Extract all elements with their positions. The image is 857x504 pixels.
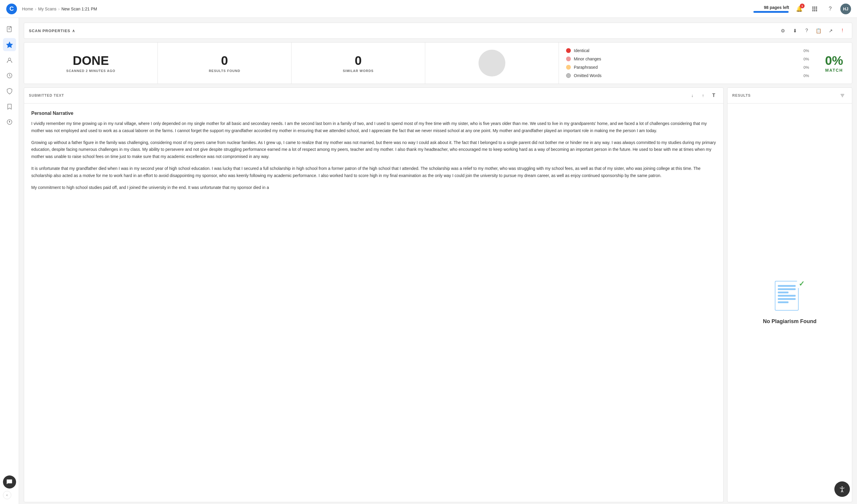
chat-button[interactable]	[3, 475, 16, 488]
breadcrumb: Home › My Scans › New Scan 1:21 PM	[22, 6, 97, 11]
notification-badge: 1	[800, 4, 805, 8]
legend-box: Identical 0% Minor changes 0% Paraphrase…	[559, 42, 816, 84]
document-title: Personal Narrative	[31, 111, 716, 116]
doc-line-2	[778, 288, 796, 290]
submitted-text-title: SUBMITTED TEXT	[29, 93, 64, 98]
omitted-words-label: Omitted Words	[574, 73, 801, 78]
scan-properties-title: SCAN PROPERTIES ∧	[29, 29, 75, 33]
legend-minor-changes: Minor changes 0%	[566, 56, 809, 61]
legend-identical: Identical 0%	[566, 48, 809, 53]
doc-line-1	[778, 285, 796, 287]
identical-pct: 0%	[803, 49, 809, 53]
scroll-up-button[interactable]: ↑	[698, 91, 708, 100]
notification-button[interactable]: 🔔 1	[794, 4, 805, 14]
svg-rect-8	[812, 10, 813, 11]
sidebar-item-compass[interactable]	[3, 116, 16, 128]
similar-words-count: 0	[355, 54, 362, 68]
status-done: DONE	[73, 54, 109, 68]
results-label: RESULTS FOUND	[209, 69, 240, 73]
minor-changes-pct: 0%	[803, 57, 809, 61]
identical-dot	[566, 48, 571, 53]
sidebar-toggle-button[interactable]: ‹	[3, 491, 11, 499]
doc-line-3	[778, 292, 789, 293]
apps-button[interactable]	[809, 4, 820, 14]
scanned-ago: SCANNED 2 MINUTES AGO	[66, 69, 116, 73]
checkmark-icon: ✓	[799, 280, 805, 288]
top-nav: C Home › My Scans › New Scan 1:21 PM 98 …	[0, 0, 857, 18]
nav-right: 98 pages left 🔔 1 ? HJ	[753, 4, 851, 14]
svg-marker-14	[6, 42, 13, 48]
settings-icon-button[interactable]: ⚙	[778, 26, 788, 35]
doc-line-4	[778, 295, 796, 297]
help-button[interactable]: ?	[825, 4, 836, 14]
accessibility-button[interactable]	[834, 481, 850, 497]
breadcrumb-current: New Scan 1:21 PM	[61, 6, 97, 11]
sidebar-item-starred[interactable]	[3, 38, 16, 51]
similar-words-box: 0 SIMILAR WORDS	[291, 42, 425, 84]
submitted-text-panel: SUBMITTED TEXT ↓ ↑ T Personal Narrative …	[24, 87, 724, 502]
svg-point-15	[9, 58, 11, 60]
check-badge: ✓	[796, 278, 807, 289]
breadcrumb-home[interactable]: Home	[22, 6, 33, 11]
results-title: RESULTS	[732, 93, 751, 98]
user-avatar[interactable]: HJ	[840, 4, 851, 14]
identical-label: Identical	[574, 48, 801, 53]
text-paragraph-2: Growing up without a father figure in th…	[31, 139, 716, 160]
match-percentage: 0%	[825, 54, 843, 68]
svg-rect-4	[816, 6, 817, 8]
submitted-text-body: Personal Narrative I vividly remember my…	[24, 104, 723, 502]
pages-left-label: 98 pages left	[764, 5, 789, 10]
no-plagiarism-label: No Plagiarism Found	[763, 318, 817, 325]
breadcrumb-my-scans[interactable]: My Scans	[38, 6, 56, 11]
logo-icon[interactable]: C	[6, 3, 17, 15]
minor-changes-dot	[566, 56, 571, 61]
scan-properties-bar: SCAN PROPERTIES ∧ ⚙ ⬇ ? 📋 ↗ !	[24, 23, 852, 39]
breadcrumb-sep-1: ›	[35, 6, 36, 11]
text-paragraph-4: My commitment to high school studies pai…	[31, 184, 716, 191]
document-icon	[775, 281, 799, 311]
chevron-up-icon: ∧	[72, 29, 75, 33]
sidebar-item-bookmark[interactable]	[3, 100, 16, 113]
sidebar-item-history[interactable]	[3, 69, 16, 82]
sidebar: ‹	[0, 18, 19, 504]
sidebar-item-user[interactable]	[3, 54, 16, 67]
svg-text:C: C	[10, 5, 14, 12]
results-header: RESULTS	[727, 88, 852, 104]
pages-progress-bar	[753, 11, 789, 13]
results-filter-button[interactable]	[838, 91, 847, 100]
sidebar-item-shield[interactable]	[3, 85, 16, 98]
results-box: 0 RESULTS FOUND	[158, 42, 291, 84]
doc-line-5	[778, 298, 796, 300]
scan-properties-icons: ⚙ ⬇ ? 📋 ↗ !	[778, 26, 847, 35]
results-count: 0	[221, 54, 228, 68]
results-body: ✓ No Plagiarism Found	[727, 104, 852, 502]
paraphrased-label: Paraphrased	[574, 65, 801, 70]
svg-rect-9	[814, 10, 815, 11]
alert-icon-button[interactable]: !	[838, 26, 847, 35]
submitted-text-toolbar: ↓ ↑ T	[688, 91, 719, 100]
svg-marker-18	[9, 120, 10, 123]
bottom-panels: SUBMITTED TEXT ↓ ↑ T Personal Narrative …	[24, 87, 852, 502]
font-size-button[interactable]: T	[709, 91, 719, 100]
submitted-text-header: SUBMITTED TEXT ↓ ↑ T	[24, 88, 723, 104]
svg-point-22	[841, 486, 843, 488]
copy-icon-button[interactable]: 📋	[814, 26, 823, 35]
main-content: SCAN PROPERTIES ∧ ⚙ ⬇ ? 📋 ↗ ! DONE SCANN…	[19, 18, 857, 504]
scroll-down-button[interactable]: ↓	[688, 91, 697, 100]
results-panel: RESULTS	[727, 87, 852, 502]
sidebar-bottom: ‹	[3, 475, 16, 499]
match-label: MATCH	[825, 68, 843, 73]
svg-rect-10	[816, 10, 817, 11]
scan-properties-label: SCAN PROPERTIES	[29, 29, 70, 33]
no-plagiarism-icon: ✓	[775, 281, 805, 314]
omitted-words-pct: 0%	[803, 73, 809, 78]
svg-rect-2	[812, 6, 813, 8]
download-icon-button[interactable]: ⬇	[790, 26, 800, 35]
help-icon-button[interactable]: ?	[802, 26, 811, 35]
paraphrased-dot	[566, 65, 571, 70]
svg-rect-6	[814, 8, 815, 10]
svg-rect-3	[814, 6, 815, 8]
share-icon-button[interactable]: ↗	[826, 26, 835, 35]
sidebar-item-new-doc[interactable]	[3, 23, 16, 36]
breadcrumb-sep-2: ›	[58, 6, 60, 11]
